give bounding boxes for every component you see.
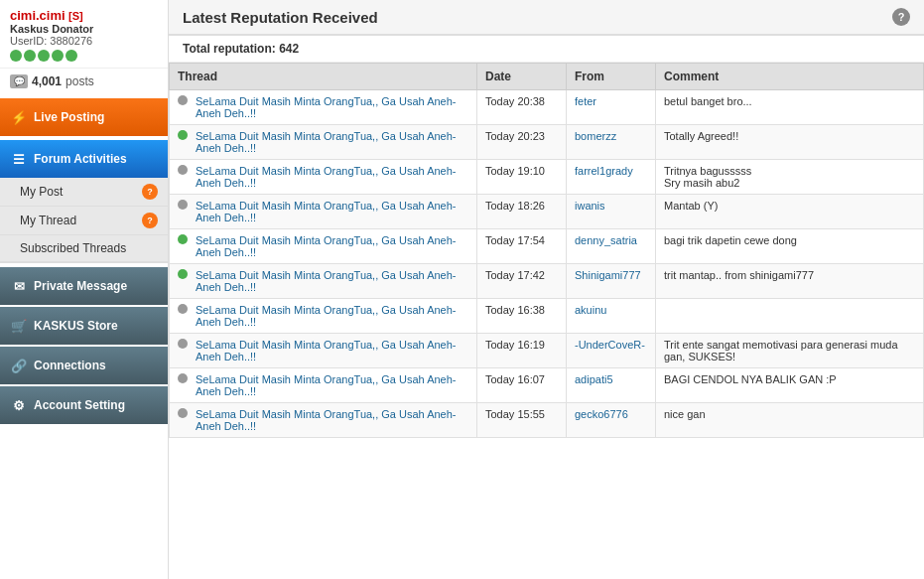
forum-activities-label: Forum Activities [34,152,127,166]
from-link[interactable]: farrel1grady [575,165,633,177]
from-cell: adipati5 [567,368,656,403]
date-cell: Today 20:23 [477,125,567,160]
reputation-dot [178,165,188,175]
thread-cell: SeLama Duit Masih Minta OrangTua,, Ga Us… [170,125,477,160]
from-link[interactable]: iwanis [575,200,605,212]
date-cell: Today 20:38 [477,90,567,125]
star-icon [52,50,64,62]
comment-cell: Tritnya bagusssss Sry masih abu2 [656,160,924,195]
date-cell: Today 17:54 [477,229,567,264]
from-cell: iwanis [567,195,656,229]
help-icon[interactable]: ? [892,8,910,26]
reputation-dot [178,95,188,105]
sidebar-item-subscribed-threads[interactable]: Subscribed Threads [0,235,168,262]
from-link[interactable]: denny_satria [575,234,637,246]
kaskus-store-button[interactable]: 🛒 KASKUS Store [0,307,168,345]
kaskus-store-icon: 🛒 [10,317,28,335]
thread-link[interactable]: SeLama Duit Masih Minta OrangTua,, Ga Us… [196,339,468,362]
reputation-dot [178,234,188,244]
forum-subnav: My Post ? My Thread ? Subscribed Threads [0,178,168,263]
from-cell: bomerzz [567,125,656,160]
from-cell: feter [567,90,656,125]
live-posting-button[interactable]: ⚡ Live Posting [0,98,168,136]
subscribed-threads-label: Subscribed Threads [20,241,126,255]
comment-cell: betul banget bro... [656,90,924,125]
thread-link[interactable]: SeLama Duit Masih Minta OrangTua,, Ga Us… [196,165,468,189]
my-thread-label: My Thread [20,214,76,227]
posts-count: 4,001 [32,74,62,88]
sidebar-item-my-post[interactable]: My Post ? [0,178,168,207]
date-cell: Today 16:07 [477,368,567,403]
sidebar-username: cimi.cimi [10,8,66,23]
date-cell: Today 16:19 [477,334,567,368]
col-date: Date [477,64,567,90]
comment-cell: bagi trik dapetin cewe dong [656,229,924,264]
from-cell: denny_satria [567,229,656,264]
my-thread-badge: ? [142,213,158,228]
date-cell: Today 16:38 [477,299,567,334]
table-row: SeLama Duit Masih Minta OrangTua,, Ga Us… [170,403,924,438]
sidebar-posts: 💬 4,001 posts [0,74,168,94]
forum-activities-icon: ☰ [10,150,28,168]
private-message-icon: ✉ [10,277,28,295]
from-cell: farrel1grady [567,160,656,195]
thread-link[interactable]: SeLama Duit Masih Minta OrangTua,, Ga Us… [196,373,468,397]
kaskus-store-label: KASKUS Store [34,319,118,333]
from-cell: Shinigami777 [567,264,656,299]
comment-cell: Trit ente sangat memotivasi para generas… [656,334,924,368]
table-row: SeLama Duit Masih Minta OrangTua,, Ga Us… [170,160,924,195]
reputation-dot [178,373,188,383]
col-comment: Comment [656,64,924,90]
live-posting-icon: ⚡ [10,108,28,126]
thread-link[interactable]: SeLama Duit Masih Minta OrangTua,, Ga Us… [196,304,468,328]
account-setting-button[interactable]: ⚙ Account Setting [0,386,168,424]
thread-cell: SeLama Duit Masih Minta OrangTua,, Ga Us… [170,195,477,229]
col-from: From [567,64,656,90]
posts-label: posts [66,74,94,88]
thread-cell: SeLama Duit Masih Minta OrangTua,, Ga Us… [170,299,477,334]
star-icon [66,50,77,62]
table-row: SeLama Duit Masih Minta OrangTua,, Ga Us… [170,195,924,229]
reputation-dot [178,408,188,418]
table-row: SeLama Duit Masih Minta OrangTua,, Ga Us… [170,264,924,299]
sidebar-donor-label: Kaskus Donator [10,23,158,35]
forum-activities-button[interactable]: ☰ Forum Activities [0,140,168,178]
thread-link[interactable]: SeLama Duit Masih Minta OrangTua,, Ga Us… [196,95,468,119]
from-link[interactable]: adipati5 [575,373,613,385]
total-reputation: Total reputation: 642 [169,36,924,63]
total-rep-value: 642 [279,42,299,56]
from-link[interactable]: akuinu [575,304,606,316]
thread-link[interactable]: SeLama Duit Masih Minta OrangTua,, Ga Us… [196,200,468,223]
thread-link[interactable]: SeLama Duit Masih Minta OrangTua,, Ga Us… [196,234,468,258]
comment-cell: Mantab (Y) [656,195,924,229]
reputation-dot [178,304,188,314]
thread-cell: SeLama Duit Masih Minta OrangTua,, Ga Us… [170,160,477,195]
thread-cell: SeLama Duit Masih Minta OrangTua,, Ga Us… [170,229,477,264]
private-message-label: Private Message [34,279,127,293]
table-header-row: Thread Date From Comment [170,64,924,90]
star-icon [24,50,36,62]
connections-button[interactable]: 🔗 Connections [0,347,168,384]
comment-cell: BAGI CENDOL NYA BALIK GAN :P [656,368,924,403]
date-cell: Today 19:10 [477,160,567,195]
table-row: SeLama Duit Masih Minta OrangTua,, Ga Us… [170,90,924,125]
thread-cell: SeLama Duit Masih Minta OrangTua,, Ga Us… [170,90,477,125]
private-message-button[interactable]: ✉ Private Message [0,267,168,305]
thread-link[interactable]: SeLama Duit Masih Minta OrangTua,, Ga Us… [196,269,468,293]
from-link[interactable]: Shinigami777 [575,269,641,281]
my-post-label: My Post [20,185,63,199]
from-link[interactable]: feter [575,95,596,107]
sidebar-profile: cimi.cimi [S] Kaskus Donator UserID: 388… [0,0,168,69]
star-icon [10,50,22,62]
from-link[interactable]: -UnderCoveR- [575,339,645,351]
from-link[interactable]: bomerzz [575,130,616,142]
thread-link[interactable]: SeLama Duit Masih Minta OrangTua,, Ga Us… [196,130,468,154]
connections-icon: 🔗 [10,357,28,374]
thread-link[interactable]: SeLama Duit Masih Minta OrangTua,, Ga Us… [196,408,468,432]
from-cell: akuinu [567,299,656,334]
connections-label: Connections [34,359,106,372]
thread-cell: SeLama Duit Masih Minta OrangTua,, Ga Us… [170,403,477,438]
from-link[interactable]: gecko6776 [575,408,628,420]
sidebar-item-my-thread[interactable]: My Thread ? [0,207,168,235]
sidebar-badge: [S] [68,10,83,22]
